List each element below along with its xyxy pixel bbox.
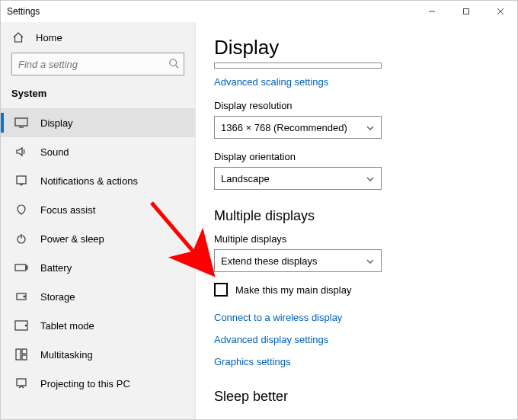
main-display-checkbox-row[interactable]: Make this my main display — [214, 283, 499, 297]
page-title: Display — [214, 36, 499, 59]
svg-rect-12 — [26, 266, 27, 269]
graphics-settings-link[interactable]: Graphics settings — [214, 356, 499, 367]
sidebar-item-label: Projecting to this PC — [40, 378, 130, 390]
home-label: Home — [36, 32, 62, 43]
sidebar-item-label: Sound — [40, 146, 69, 158]
sidebar-item-notifications[interactable]: Notifications & actions — [1, 166, 195, 195]
main-display-checkbox[interactable] — [214, 283, 228, 297]
sidebar-item-tablet-mode[interactable]: Tablet mode — [1, 311, 195, 340]
sidebar-item-sound[interactable]: Sound — [1, 137, 195, 166]
resolution-label: Display resolution — [214, 100, 499, 111]
svg-rect-18 — [22, 349, 27, 354]
titlebar: Settings — [1, 1, 517, 22]
resolution-value: 1366 × 768 (Recommended) — [221, 122, 347, 133]
svg-rect-19 — [22, 355, 27, 360]
sidebar-item-label: Focus assist — [40, 204, 95, 216]
sidebar-item-label: Tablet mode — [40, 320, 94, 332]
multiple-displays-heading: Multiple displays — [214, 208, 499, 224]
chevron-down-icon — [366, 255, 375, 267]
sidebar-item-projecting[interactable]: Projecting to this PC — [1, 369, 195, 398]
orientation-dropdown[interactable]: Landscape — [214, 167, 382, 190]
sidebar-item-multitasking[interactable]: Multitasking — [1, 340, 195, 369]
display-icon — [14, 116, 28, 130]
main-display-checkbox-label: Make this my main display — [235, 284, 351, 296]
sidebar-item-label: Battery — [40, 262, 72, 274]
sidebar-item-storage[interactable]: Storage — [1, 282, 195, 311]
multiple-displays-label: Multiple displays — [214, 233, 499, 245]
home-button[interactable]: Home — [1, 22, 195, 53]
section-heading: System — [1, 82, 195, 108]
sidebar-item-display[interactable]: Display — [1, 108, 195, 137]
sidebar-item-label: Notifications & actions — [40, 175, 138, 187]
svg-rect-11 — [15, 265, 26, 271]
focus-assist-icon — [14, 203, 28, 216]
projecting-icon — [14, 377, 28, 390]
sidebar-item-focus-assist[interactable]: Focus assist — [1, 195, 195, 224]
sidebar: Home System Display Sound — [1, 22, 196, 419]
svg-point-16 — [25, 325, 26, 325]
home-icon — [11, 30, 25, 44]
advanced-display-settings-link[interactable]: Advanced display settings — [214, 334, 499, 345]
svg-point-4 — [170, 59, 177, 66]
svg-rect-20 — [17, 379, 26, 386]
sidebar-item-power-sleep[interactable]: Power & sleep — [1, 224, 195, 253]
sidebar-item-label: Multitasking — [40, 349, 93, 361]
multiple-displays-value: Extend these displays — [221, 255, 317, 267]
tablet-icon — [14, 319, 28, 332]
minimize-button[interactable] — [414, 1, 449, 22]
nav-list: Display Sound Notifications & actions Fo… — [1, 108, 195, 419]
window-controls — [414, 1, 517, 22]
svg-rect-1 — [463, 9, 468, 14]
scaling-preview-box — [214, 63, 382, 69]
sidebar-item-label: Power & sleep — [40, 233, 104, 245]
chevron-down-icon — [366, 173, 375, 184]
maximize-button[interactable] — [449, 1, 483, 22]
chevron-down-icon — [366, 122, 375, 133]
svg-rect-13 — [17, 293, 26, 300]
resolution-dropdown[interactable]: 1366 × 768 (Recommended) — [214, 116, 382, 139]
svg-point-14 — [24, 296, 25, 297]
advanced-scaling-link[interactable]: Advanced scaling settings — [214, 76, 328, 88]
multitasking-icon — [14, 348, 28, 361]
content-pane: Display Advanced scaling settings Displa… — [196, 22, 517, 419]
svg-rect-8 — [17, 176, 26, 184]
close-button[interactable] — [483, 1, 517, 22]
wireless-display-link[interactable]: Connect to a wireless display — [214, 312, 499, 323]
battery-icon — [14, 261, 28, 274]
search-field[interactable] — [12, 53, 161, 75]
svg-rect-17 — [16, 349, 21, 360]
orientation-label: Display orientation — [214, 151, 499, 162]
svg-rect-6 — [15, 118, 27, 126]
notifications-icon — [14, 174, 28, 188]
sleep-better-heading: Sleep better — [214, 389, 499, 405]
multiple-displays-dropdown[interactable]: Extend these displays — [214, 249, 382, 272]
window-title: Settings — [7, 6, 40, 17]
orientation-value: Landscape — [221, 173, 270, 184]
svg-line-5 — [176, 66, 179, 69]
storage-icon — [14, 290, 28, 303]
search-input[interactable] — [11, 53, 184, 75]
sidebar-item-battery[interactable]: Battery — [1, 253, 195, 282]
search-icon — [168, 58, 179, 71]
power-icon — [14, 232, 28, 245]
sound-icon — [14, 145, 28, 159]
settings-window: Settings Home — [0, 0, 518, 420]
sidebar-item-label: Storage — [40, 291, 75, 303]
sidebar-item-label: Display — [40, 117, 73, 129]
